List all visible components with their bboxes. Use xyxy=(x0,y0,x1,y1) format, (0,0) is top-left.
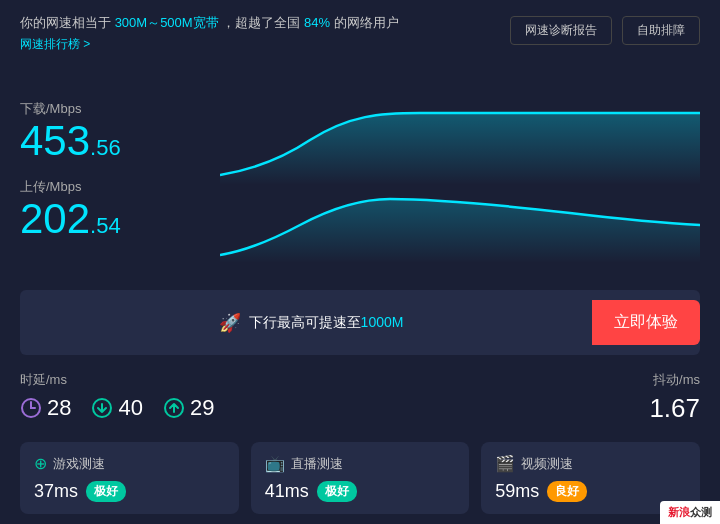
streaming-card-title: 直播测速 xyxy=(291,455,343,473)
promo-bar: 🚀 下行最高可提速至1000M 立即体验 xyxy=(20,290,700,355)
jitter-section: 抖动/ms 1.67 xyxy=(649,371,700,424)
latency-down-icon xyxy=(91,397,113,419)
brand-zhongce: 众测 xyxy=(690,505,712,520)
speed-description: 你的网速相当于 300M～500M宽带 ，超越了全国 84% 的网络用户 xyxy=(20,14,399,32)
gaming-card-title: 游戏测速 xyxy=(53,455,105,473)
top-bar: 你的网速相当于 300M～500M宽带 ，超越了全国 84% 的网络用户 网速排… xyxy=(0,0,720,63)
streaming-icon: 📺 xyxy=(265,454,285,473)
brand-watermark: 新浪 众测 xyxy=(660,501,720,524)
streaming-badge: 极好 xyxy=(317,481,357,502)
top-buttons: 网速诊断报告 自助排障 xyxy=(510,16,700,45)
latency-up-value: 29 xyxy=(190,395,214,421)
streaming-card-stats: 41ms 极好 xyxy=(265,481,456,502)
upload-section: 上传/Mbps 202.54 xyxy=(20,178,700,240)
gaming-badge: 极好 xyxy=(86,481,126,502)
stats-row: 时延/ms 28 40 xyxy=(0,361,720,434)
video-icon: 🎬 xyxy=(495,454,515,473)
bottom-cards: ⊕ 游戏测速 37ms 极好 📺 直播测速 41ms 极好 🎬 视频测速 xyxy=(0,434,720,524)
latency-items: 28 40 29 xyxy=(20,395,214,421)
chart-area: 下载/Mbps 453.56 上传/Mbps 202.54 xyxy=(0,63,720,284)
upload-chart xyxy=(220,183,700,263)
video-card-stats: 59ms 良好 xyxy=(495,481,686,502)
video-ms: 59ms xyxy=(495,481,539,502)
latency-up-icon xyxy=(163,397,185,419)
latency-title: 时延/ms xyxy=(20,371,214,389)
gaming-speed-card: ⊕ 游戏测速 37ms 极好 xyxy=(20,442,239,514)
latency-down: 40 xyxy=(91,395,142,421)
video-card-header: 🎬 视频测速 xyxy=(495,454,686,473)
gaming-card-stats: 37ms 极好 xyxy=(34,481,225,502)
download-chart xyxy=(220,105,700,185)
gaming-card-header: ⊕ 游戏测速 xyxy=(34,454,225,473)
main-container: 你的网速相当于 300M～500M宽带 ，超越了全国 84% 的网络用户 网速排… xyxy=(0,0,720,524)
streaming-ms: 41ms xyxy=(265,481,309,502)
latency-down-value: 40 xyxy=(118,395,142,421)
troubleshoot-button[interactable]: 自助排障 xyxy=(622,16,700,45)
latency-up: 29 xyxy=(163,395,214,421)
brand-sina: 新浪 xyxy=(668,505,690,520)
latency-round: 28 xyxy=(20,395,71,421)
rocket-icon: 🚀 xyxy=(219,312,241,334)
round-trip-icon xyxy=(20,397,42,419)
jitter-value: 1.67 xyxy=(649,393,700,424)
latency-section: 时延/ms 28 40 xyxy=(20,371,214,421)
download-section: 下载/Mbps 453.56 xyxy=(20,100,700,162)
latency-round-value: 28 xyxy=(47,395,71,421)
streaming-card-header: 📺 直播测速 xyxy=(265,454,456,473)
top-info: 你的网速相当于 300M～500M宽带 ，超越了全国 84% 的网络用户 网速排… xyxy=(20,14,399,53)
gaming-icon: ⊕ xyxy=(34,454,47,473)
promo-left: 🚀 下行最高可提速至1000M xyxy=(40,312,582,334)
promo-text: 下行最高可提速至1000M xyxy=(249,314,404,332)
ranking-link[interactable]: 网速排行榜 > xyxy=(20,36,399,53)
video-card-title: 视频测速 xyxy=(521,455,573,473)
streaming-speed-card: 📺 直播测速 41ms 极好 xyxy=(251,442,470,514)
jitter-title: 抖动/ms xyxy=(653,371,700,389)
video-badge: 良好 xyxy=(547,481,587,502)
gaming-ms: 37ms xyxy=(34,481,78,502)
experience-button[interactable]: 立即体验 xyxy=(592,300,700,345)
diagnose-button[interactable]: 网速诊断报告 xyxy=(510,16,612,45)
